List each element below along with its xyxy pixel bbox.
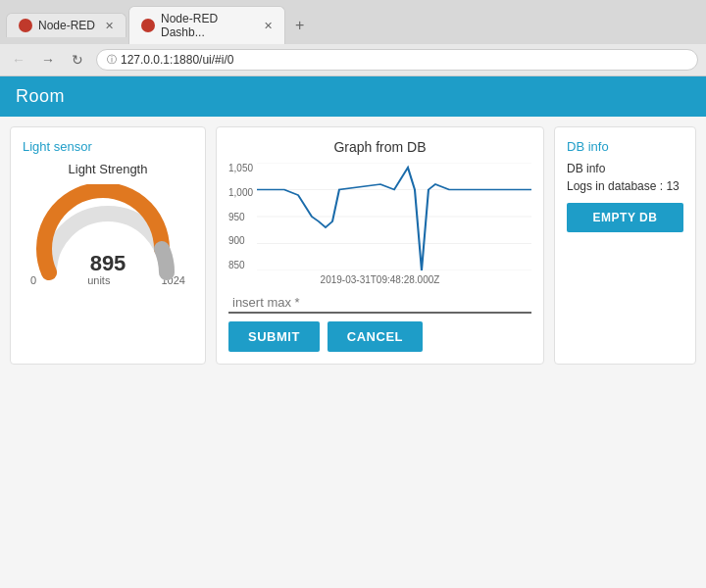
db-panel-title: DB info [567, 139, 683, 154]
light-sensor-title: Light sensor [23, 139, 193, 154]
db-info-section-title: DB info [567, 162, 683, 175]
chart-svg [257, 163, 531, 270]
insert-row [228, 293, 531, 314]
insert-max-input[interactable] [228, 293, 531, 314]
app-header: Room [0, 76, 706, 117]
db-info-panel: DB info DB info Logs in database : 13 EM… [554, 126, 696, 365]
gauge-label: Light Strength [23, 162, 193, 176]
empty-db-button[interactable]: EMPTY DB [567, 203, 683, 232]
chart-timestamp: 2019-03-31T09:48:28.000Z [228, 274, 531, 285]
submit-button[interactable]: SUBMIT [228, 321, 320, 352]
tab2-close-icon[interactable]: ✕ [264, 20, 273, 32]
tab-bar: Node-RED ✕ Node-RED Dashb... ✕ + [0, 0, 706, 44]
main-content: Light sensor Light Strength 895 0 units [0, 117, 706, 374]
tab-node-red[interactable]: Node-RED ✕ [6, 13, 126, 37]
node-red-dash-icon [141, 19, 155, 32]
cancel-button[interactable]: CANCEL [328, 321, 423, 352]
forward-button[interactable]: → [37, 49, 59, 71]
light-sensor-panel: Light sensor Light Strength 895 0 units [10, 126, 206, 365]
y-label-4: 1,000 [228, 187, 253, 198]
y-label-2: 900 [228, 235, 253, 246]
graph-panel: Graph from DB 1,050 1,000 950 900 850 [216, 126, 544, 365]
gauge-svg: 895 [29, 184, 186, 282]
btn-row: SUBMIT CANCEL [228, 321, 531, 352]
node-red-icon [19, 19, 32, 32]
back-button[interactable]: ← [8, 49, 29, 71]
tab1-label: Node-RED [38, 19, 95, 32]
tab1-close-icon[interactable]: ✕ [105, 20, 114, 32]
y-label-5: 1,050 [228, 163, 253, 173]
y-axis: 1,050 1,000 950 900 850 [228, 163, 257, 270]
gauge-container: 895 [29, 184, 186, 272]
chart-wrapper: 1,050 1,000 950 900 850 [228, 163, 531, 274]
graph-title: Graph from DB [228, 139, 531, 155]
db-logs-count: Logs in database : 13 [567, 179, 683, 193]
tab-node-red-dashboard[interactable]: Node-RED Dashb... ✕ [128, 6, 285, 44]
url-bar[interactable]: ⓘ 127.0.0.1:1880/ui/#i/0 [96, 49, 698, 71]
new-tab-button[interactable]: + [287, 12, 312, 39]
lock-icon: ⓘ [107, 53, 117, 67]
y-label-1: 850 [228, 260, 253, 270]
y-label-3: 950 [228, 212, 253, 222]
tab2-label: Node-RED Dashb... [161, 12, 254, 39]
app-title: Room [16, 86, 65, 106]
address-bar: ← → ↻ ⓘ 127.0.0.1:1880/ui/#i/0 [0, 44, 706, 75]
chart-area [257, 163, 531, 270]
svg-text:895: 895 [90, 251, 126, 275]
browser-chrome: Node-RED ✕ Node-RED Dashb... ✕ + ← → ↻ ⓘ… [0, 0, 706, 76]
refresh-button[interactable]: ↻ [67, 49, 88, 71]
url-text: 127.0.0.1:1880/ui/#i/0 [121, 53, 233, 67]
